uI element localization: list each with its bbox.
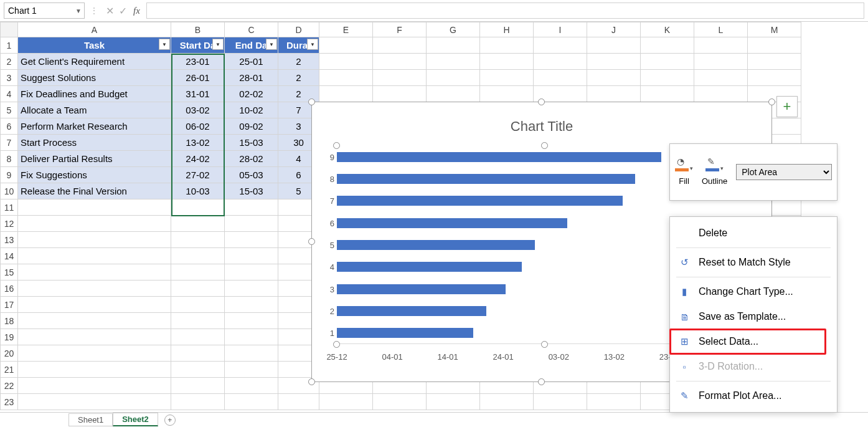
table-cell[interactable]: 28-01 — [225, 70, 278, 86]
resize-handle[interactable] — [538, 98, 545, 105]
cell[interactable] — [319, 394, 373, 410]
column-header[interactable]: E — [319, 22, 373, 37]
cell[interactable] — [427, 394, 480, 410]
plot-resize-handle[interactable] — [333, 341, 340, 348]
chevron-down-icon[interactable]: ▼ — [75, 7, 82, 14]
cell[interactable] — [18, 199, 171, 216]
table-cell[interactable]: 02-02 — [225, 86, 278, 102]
bar[interactable] — [337, 218, 567, 228]
cell[interactable] — [587, 394, 641, 410]
cell[interactable] — [18, 345, 171, 362]
cell[interactable] — [171, 345, 225, 362]
menu-item[interactable]: ✎Format Plot Area... — [670, 383, 837, 408]
cell[interactable] — [480, 37, 534, 54]
cell[interactable] — [694, 37, 748, 54]
row-header[interactable]: 9 — [1, 167, 18, 183]
cell[interactable] — [373, 37, 427, 54]
cell[interactable] — [480, 86, 534, 102]
cell[interactable] — [694, 86, 748, 102]
cell[interactable] — [534, 54, 587, 70]
row-header[interactable]: 16 — [1, 281, 18, 297]
filter-button[interactable]: ▼ — [159, 39, 170, 50]
cell[interactable] — [373, 54, 427, 70]
bar[interactable] — [337, 306, 486, 316]
plot-resize-handle[interactable] — [541, 142, 548, 149]
plot-resize-handle[interactable] — [333, 142, 340, 149]
table-cell[interactable]: 2 — [278, 70, 319, 86]
row-header[interactable]: 18 — [1, 313, 18, 329]
cell[interactable] — [587, 70, 641, 86]
row-header[interactable]: 2 — [1, 54, 18, 70]
table-header-cell[interactable]: Start Da▼ — [171, 37, 225, 54]
bar[interactable] — [337, 174, 635, 184]
fill-tool[interactable]: ▾ Fill — [675, 159, 693, 186]
row-header[interactable]: 1 — [1, 37, 18, 54]
cell[interactable] — [225, 329, 278, 345]
outline-tool[interactable]: ▾ Outline — [702, 159, 727, 186]
table-cell[interactable]: 15-03 — [225, 183, 278, 199]
sheet-tab[interactable]: Sheet2 — [113, 413, 158, 426]
table-cell[interactable]: Fix Deadlines and Budget — [18, 86, 171, 102]
cell[interactable] — [18, 297, 171, 313]
cell[interactable] — [587, 86, 641, 102]
row-header[interactable]: 3 — [1, 70, 18, 86]
row-header[interactable]: 5 — [1, 102, 18, 118]
table-cell[interactable]: 10-02 — [225, 102, 278, 118]
cell[interactable] — [694, 54, 748, 70]
cell[interactable] — [225, 281, 278, 297]
chevron-down-icon[interactable]: ▾ — [690, 165, 693, 171]
column-header[interactable]: F — [373, 22, 427, 37]
table-header-cell[interactable]: End Da▼ — [225, 37, 278, 54]
formula-bar[interactable] — [146, 2, 864, 19]
cell[interactable] — [641, 54, 694, 70]
cell[interactable] — [319, 86, 373, 102]
cell[interactable] — [319, 54, 373, 70]
column-header[interactable]: G — [427, 22, 480, 37]
name-box[interactable]: Chart 1 ▼ — [4, 2, 85, 19]
row-header[interactable]: 19 — [1, 329, 18, 345]
row-header[interactable]: 22 — [1, 378, 18, 394]
cell[interactable] — [587, 37, 641, 54]
cell[interactable] — [225, 378, 278, 394]
table-cell[interactable]: Deliver Partial Results — [18, 151, 171, 167]
add-chart-element-button[interactable]: + — [776, 96, 798, 117]
filter-button[interactable]: ▼ — [212, 39, 224, 50]
cell[interactable] — [225, 345, 278, 362]
cell[interactable] — [171, 199, 225, 216]
cell[interactable] — [18, 281, 171, 297]
table-cell[interactable]: 05-03 — [225, 167, 278, 183]
cell[interactable] — [171, 297, 225, 313]
menu-item[interactable]: 🗎Save as Template... — [670, 304, 837, 329]
cell[interactable] — [480, 54, 534, 70]
cell[interactable] — [748, 70, 801, 86]
row-header[interactable]: 23 — [1, 394, 18, 410]
table-cell[interactable]: Release the Final Version — [18, 183, 171, 199]
cell[interactable] — [534, 394, 587, 410]
cell[interactable] — [278, 394, 319, 410]
cell[interactable] — [18, 313, 171, 329]
cell[interactable] — [641, 86, 694, 102]
row-header[interactable]: 6 — [1, 118, 18, 135]
filter-button[interactable]: ▼ — [307, 39, 318, 50]
column-header[interactable]: J — [587, 22, 641, 37]
column-header[interactable]: C — [225, 22, 278, 37]
table-cell[interactable]: 28-02 — [225, 151, 278, 167]
bar[interactable] — [337, 152, 661, 162]
row-header[interactable]: 4 — [1, 86, 18, 102]
table-cell[interactable]: 23-01 — [171, 54, 225, 70]
cell[interactable] — [225, 394, 278, 410]
table-cell[interactable]: 03-02 — [171, 102, 225, 118]
cell[interactable] — [480, 70, 534, 86]
column-header[interactable]: H — [480, 22, 534, 37]
cell[interactable] — [18, 378, 171, 394]
column-header[interactable]: K — [641, 22, 694, 37]
resize-handle[interactable] — [768, 98, 775, 105]
cell[interactable] — [694, 70, 748, 86]
table-cell[interactable]: 2 — [278, 54, 319, 70]
cell[interactable] — [373, 70, 427, 86]
fx-icon[interactable]: fx — [133, 6, 140, 16]
table-cell[interactable]: Get Client's Requirement — [18, 54, 171, 70]
row-header[interactable]: 12 — [1, 216, 18, 232]
table-cell[interactable]: 06-02 — [171, 118, 225, 135]
cell[interactable] — [641, 70, 694, 86]
